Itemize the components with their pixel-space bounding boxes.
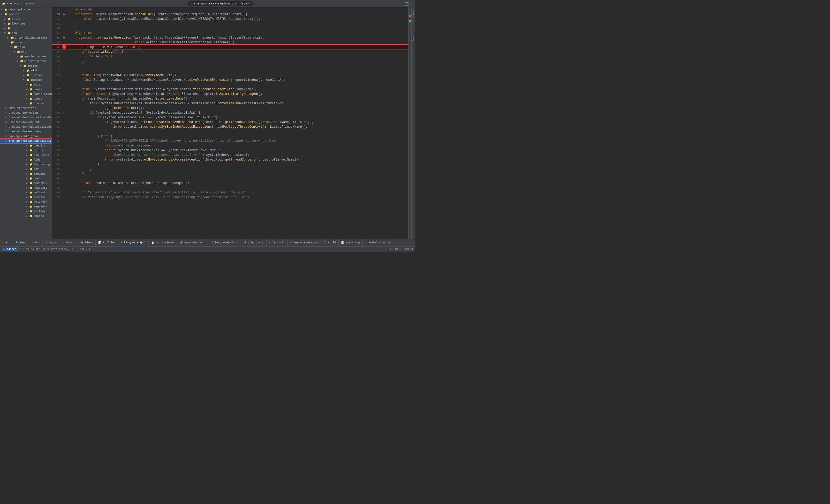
tab-run[interactable]: ▶ Run <box>29 239 42 246</box>
code-line-64: 64 ●▶ protected void masterOperation(Tas… <box>52 35 408 40</box>
tab-todo[interactable]: ☑ TODO <box>60 239 75 246</box>
sidebar-label: licenses <box>12 22 26 25</box>
sidebar-item-admin[interactable]: ▶ 📁 admin <box>0 68 52 73</box>
sidebar-item-CreateIndexCluster[interactable]: ▶ C CreateIndexClusterStateUpdateR <box>0 115 52 120</box>
sidebar-item-create[interactable]: ▼ 📁 create <box>0 101 52 106</box>
sidebar-item-settings[interactable]: ▶ 📁 settings <box>0 209 52 214</box>
sidebar-item-server[interactable]: ▼ 📁 server <box>0 12 52 17</box>
sidebar-label: forcemerge <box>34 163 51 166</box>
code-line-60: 60 return state.blocks().indexBlockedExc… <box>52 17 408 21</box>
sidebar-label: close <box>34 97 42 100</box>
tab-profiler[interactable]: 📊 Profiler <box>96 239 118 246</box>
sidebar-label: CreateIndexResponse <box>9 130 41 133</box>
tab-anonymous-apex[interactable]: ▶ Anonymous Apex <box>118 239 148 246</box>
tab-bar: ☕ TransportCreateIndexAction.java × <box>39 1 402 6</box>
sidebar-item-TransportCreateIndexAction[interactable]: ▶ C TransportCreateIndexAction <box>0 139 52 143</box>
project-label: 📁 Project ▼ <box>2 2 22 5</box>
sidebar-item-flush[interactable]: ▶ 📁 flush <box>0 158 52 162</box>
code-line-63: 63 @Override <box>52 31 408 35</box>
sidebar-item-resolve[interactable]: ▶ 📁 resolve <box>0 195 52 200</box>
code-line-93: 93 } <box>52 171 408 176</box>
sidebar-item-cache-clear[interactable]: ▶ 📁 cache.clear <box>0 92 52 96</box>
sidebar-item-elasticsearch[interactable]: ▼ 📁 elasticsearch <box>0 59 52 64</box>
sidebar-item-CreateIndexRequest[interactable]: ▶ C CreateIndexRequest <box>0 120 52 125</box>
sidebar-label: cluster <box>31 74 42 77</box>
sidebar-label: CreateIndexClusterStateUpdateR <box>9 116 52 119</box>
sidebar-item-readonly[interactable]: ▶ 📁 readonly <box>0 181 52 186</box>
tab-close-button[interactable]: × <box>248 2 250 5</box>
sidebar-item-recovery[interactable]: ▶ 📁 recovery <box>0 186 52 190</box>
tab-debug[interactable]: 🐞 Debug <box>42 239 60 246</box>
close-icon[interactable]: × <box>411 2 413 6</box>
tab-log-analyzer[interactable]: 📋 Log Analyzer <box>149 239 177 246</box>
sidebar-item-forcemerge[interactable]: ▶ 📁 forcemerge <box>0 162 52 167</box>
tab-problems[interactable]: ⚠ Problems <box>75 239 96 246</box>
sidebar-item-open[interactable]: ▶ 📁 open <box>0 176 52 181</box>
sidebar-item-get[interactable]: ▶ 📁 get <box>0 167 52 171</box>
tab-event-log[interactable]: 📝 Event Log <box>339 239 362 246</box>
sidebar-item-cluster[interactable]: ▶ 📁 cluster <box>0 73 52 78</box>
tab-sequence-diagram[interactable]: ≋ Sequence Diagram <box>288 239 321 246</box>
sidebar-item-java[interactable]: ▼ 📁 java <box>0 45 52 49</box>
code-line-78: 78 final SystemIndexAccessLevel systemIn… <box>52 101 408 106</box>
code-line-66: 66 🔴 String cause = request.cause(); <box>52 45 408 49</box>
sidebar-label: mapping <box>34 172 45 175</box>
sidebar-item-AutoCreateAction[interactable]: ▶ C AutoCreateAction <box>0 106 52 110</box>
project-title: Project <box>7 2 19 5</box>
code-line-65: 65 final ActionListener<CreateIndexRespo… <box>52 40 408 45</box>
tab-dependencies[interactable]: 🔗 Dependencies <box>177 239 206 246</box>
sidebar-item-delete[interactable]: ▶ 📁 delete <box>0 148 52 153</box>
sidebar-item-mapping[interactable]: ▶ 📁 mapping <box>0 171 52 176</box>
sidebar-label: analyze <box>34 88 45 91</box>
sidebar-item-package-info[interactable]: ▶ C package-info.java <box>0 134 52 139</box>
sidebar-label: cache.clear <box>34 93 52 96</box>
favorites-tab[interactable]: Favorites <box>412 28 415 41</box>
sidebar-item-build[interactable]: ▶ 📁 build <box>0 17 52 21</box>
sidebar-item-alias[interactable]: ▶ 📁 alias <box>0 82 52 87</box>
code-line-59: 59 ●▶ protected ClusterBlockException ch… <box>52 12 408 17</box>
sidebar-item-dangling[interactable]: ▶ 📁 dangling <box>0 143 52 148</box>
sidebar-item-out[interactable]: ▶ 📁 out <box>0 26 52 31</box>
tab-git[interactable]: ⑂ Git <box>0 239 13 246</box>
structure-tab[interactable]: Structure <box>412 9 415 22</box>
code-line-74: 74 <box>52 82 408 87</box>
sidebar-item-shards[interactable]: ▶ 📁 shards <box>0 214 52 219</box>
sidebar-item-refresh[interactable]: ▶ 📁 refresh <box>0 190 52 195</box>
sidebar-item-rollover[interactable]: ▶ 📁 rollover <box>0 200 52 204</box>
code-line-62: 62 <box>52 26 408 31</box>
sidebar-item-licenses[interactable]: ▶ 📁 licenses <box>0 21 52 26</box>
tab-terminal[interactable]: ▮ Terminal <box>267 239 288 246</box>
sidebar-item-rest-api-spec[interactable]: ▶ 📁 rest-api-spec <box>0 7 52 12</box>
sidebar-item-CreateIndexRequestBuilder[interactable]: ▶ C CreateIndexRequestBuilder <box>0 125 52 129</box>
sidebar-label: dangling <box>34 144 47 147</box>
tab-jrebel-console[interactable]: ⚡ JRebel Console <box>362 239 393 246</box>
sidebar-item-internalClusterTest[interactable]: ▶ 📁 internalClusterTest <box>0 35 52 40</box>
status-bar: ⑂ master All files are up-to-date (today… <box>0 246 415 252</box>
code-line-73: 73 final String indexName = indexNameExp… <box>52 78 408 82</box>
code-line-94: 94 <box>52 176 408 181</box>
sidebar-label: rollover <box>34 200 47 204</box>
sidebar-item-segments[interactable]: ▶ 📁 segments <box>0 204 52 209</box>
sidebar-item-diskusage[interactable]: ▶ 📁 diskusage <box>0 153 52 158</box>
code-line-90: 90 throw systemIndices.netNewSystemIndex… <box>52 158 408 162</box>
sidebar-item-src[interactable]: ▼ 📁 src <box>0 31 52 35</box>
sidebar-item-analyze[interactable]: ▶ 📁 analyze <box>0 87 52 92</box>
sidebar-item-indices[interactable]: ▼ 📁 indices <box>0 78 52 82</box>
sidebar-item-CreateIndexResponse[interactable]: ▶ C CreateIndexResponse <box>0 129 52 134</box>
code-line-85: 85 } else { <box>52 134 408 139</box>
sidebar-item-org[interactable]: ▼ 📁 org <box>0 49 52 54</box>
tab-illuminated-cloud[interactable]: ☁ Illuminated Cloud <box>206 239 241 246</box>
tab-find[interactable]: 🔍 Find <box>13 239 29 246</box>
sidebar-item-apache-lucene[interactable]: ▶ 📁 apache.lucene <box>0 54 52 59</box>
camera-icon[interactable]: 📷 <box>404 1 409 6</box>
sidebar-item-main[interactable]: ▼ 📁 main <box>0 40 52 45</box>
code-line-67: 67 if (cause.isEmpty()) { <box>52 49 408 54</box>
tab-soql-query[interactable]: 🔎 SOQL Query <box>241 239 266 246</box>
sidebar-item-close[interactable]: ▶ 📁 close <box>0 96 52 101</box>
sidebar-item-action[interactable]: ▼ 📁 action <box>0 64 52 68</box>
code-editor[interactable]: 58 @Override 59 ●▶ protected ClusterBloc… <box>52 7 411 239</box>
sidebar-item-CreateIndexAction[interactable]: ▶ C CreateIndexAction <box>0 110 52 115</box>
tab-build[interactable]: 🔨 Build <box>321 239 339 246</box>
active-tab[interactable]: ☕ TransportCreateIndexAction.java × <box>188 1 253 6</box>
code-line-77: 77 if (mainDescriptor != null && mainDes… <box>52 96 408 101</box>
